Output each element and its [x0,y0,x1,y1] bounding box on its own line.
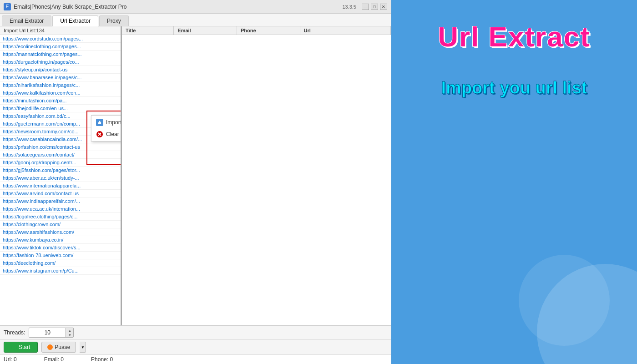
app-version: 13.3.5 [342,4,356,10]
url-list-item[interactable]: https://gj5fashion.com/pages/stor... [0,167,121,174]
url-list-scroll[interactable]: https://www.cordstudio.com/pages...https… [0,35,121,325]
url-list-item[interactable]: https://www.uca.ac.uk/internation... [0,205,121,213]
threads-spinner: ▲ ▼ [66,328,73,337]
hero-title: Url Extract [438,23,591,51]
close-button[interactable]: ✕ [380,4,387,10]
status-phone: Phone: 0 [91,356,113,363]
action-row: Start Puase ▼ [0,340,391,354]
start-icon [11,344,17,350]
url-list-item[interactable]: https://www.tiktok.com/discover/s... [0,244,121,252]
clear-icon [96,131,103,138]
hero-subtitle: Import you url list [441,78,587,98]
url-list-item[interactable]: https://www.aarshifashions.com/ [0,228,121,236]
url-list-item[interactable]: https://mannatclothing.com/pages... [0,51,121,58]
col-header-phone: Phone [237,26,300,35]
tab-email[interactable]: Email Extrator [2,15,51,26]
maximize-button[interactable]: □ [371,4,378,10]
status-email: Email: 0 [44,356,64,363]
url-list-item[interactable]: https://www.banarasee.in/pages/c... [0,74,121,81]
url-list-item[interactable]: https://niharikafashion.in/pages/c... [0,81,121,89]
pause-button[interactable]: Puase [41,342,76,353]
context-menu: Import Clear [91,115,122,142]
threads-input-wrapper: ▲ ▼ [29,328,74,338]
pause-label: Puase [55,344,70,350]
url-list-item[interactable]: https://durgaclothing.in/pages/co... [0,58,121,66]
status-bar: Url: 0 Email: 0 Phone: 0 [0,354,391,364]
right-panel: Url Extract Import you url list [391,0,637,364]
url-list-item[interactable]: https://styleup.in/p/contact-us [0,66,121,74]
bottom-bar: Threads: ▲ ▼ Start Puase [0,325,391,354]
split-pane: Import Url List:134 https://www.cordstud… [0,26,391,325]
url-list-item[interactable]: https://www.kumbaya.co.in/ [0,236,121,244]
url-list-item[interactable]: https://www.aber.ac.uk/en/study-... [0,174,121,182]
decorative-circle-2 [519,255,610,346]
url-list-header: Import Url List:134 [0,26,121,35]
threads-down-button[interactable]: ▼ [66,333,73,337]
main-content: Import Url List:134 https://www.cordstud… [0,26,391,364]
url-list-item[interactable]: https://minufashion.com/pa... [0,97,121,105]
tab-proxy[interactable]: Proxy [99,15,129,26]
threads-up-button[interactable]: ▲ [66,328,73,333]
threads-input[interactable] [29,329,66,337]
title-bar-left: E Emails|Phones|Any Bulk Scrape_Extracto… [4,3,126,10]
url-list-item[interactable]: https://deeclothing.com/ [0,259,121,267]
tab-bar: Email Extrator Url Extractor Proxy [0,14,391,26]
url-list-item[interactable]: https://www.internationalapparela... [0,182,121,190]
title-bar-right: 13.3.5 — □ ✕ [342,4,387,10]
context-menu-clear-label: Clear [106,131,119,137]
url-list-item[interactable]: https://ecolineclothing.com/pages... [0,43,121,51]
col-header-url: Url [300,26,391,35]
url-list-item[interactable]: https://thejodilife.com/en-us... [0,105,121,112]
app-title: Emails|Phones|Any Bulk Scrape_Extractor … [14,4,126,10]
context-menu-clear[interactable]: Clear [91,128,122,140]
start-label: Start [19,344,30,350]
col-header-email: Email [174,26,237,35]
svg-rect-2 [98,123,101,124]
app-window: E Emails|Phones|Any Bulk Scrape_Extracto… [0,0,391,364]
col-header-title: Title [122,26,174,35]
context-menu-import[interactable]: Import [91,116,122,128]
pause-icon [47,344,53,350]
url-list-item[interactable]: https://www.arvind.com/contact-us [0,190,121,197]
url-list-item[interactable]: https://www.cordstudio.com/pages... [0,35,121,43]
url-list-item[interactable]: https://prfashion.co/cms/contact-us [0,143,121,151]
url-list-item[interactable]: https://goonj.org/dropping-centr... [0,159,121,167]
context-menu-import-label: Import [106,119,121,126]
start-button[interactable]: Start [4,342,38,353]
minimize-button[interactable]: — [362,4,369,10]
url-list-item[interactable]: https://clothingcrown.com/ [0,221,121,228]
url-list-item[interactable]: https://www.indiaapparelfair.com/... [0,197,121,205]
tab-url[interactable]: Url Extractor [52,15,98,26]
url-list-item[interactable]: https://fashion-78.ueniweb.com/ [0,252,121,259]
url-list-item[interactable]: https://logofree.clothing/pages/c... [0,213,121,221]
threads-label: Threads: [4,329,25,336]
results-table-header: Title Email Phone Url [122,26,391,35]
results-panel: Title Email Phone Url [122,26,391,325]
threads-row: Threads: ▲ ▼ [0,326,391,340]
results-body [122,35,391,325]
pause-dropdown-button[interactable]: ▼ [80,342,86,353]
title-bar: E Emails|Phones|Any Bulk Scrape_Extracto… [0,0,391,14]
url-list-item[interactable]: https://www.kalkifashion.com/con... [0,89,121,97]
url-list-panel: Import Url List:134 https://www.cordstud… [0,26,122,325]
url-list-item[interactable]: https://solacegears.com/contact/ [0,151,121,159]
url-list-item[interactable]: https://www.instagram.com/p/Cu... [0,267,121,275]
app-icon: E [4,3,11,10]
status-url: Url: 0 [4,356,17,363]
import-icon [96,119,103,126]
